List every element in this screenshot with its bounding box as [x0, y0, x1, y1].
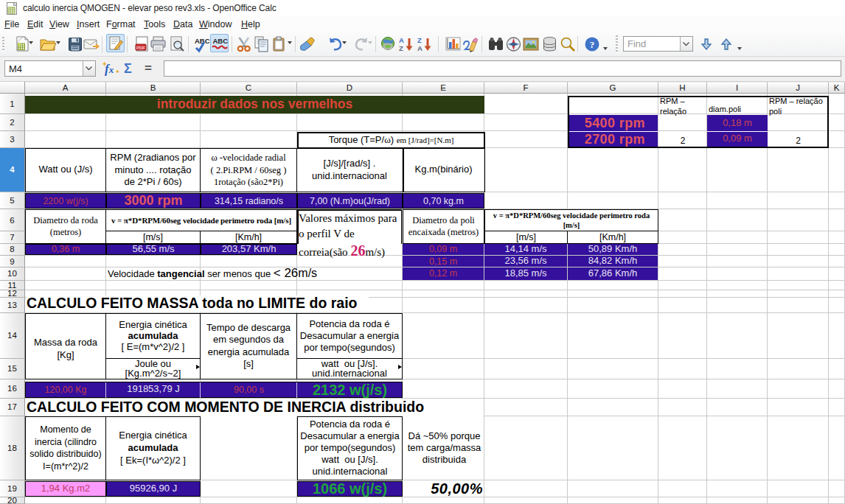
svg-text:ABC: ABC: [213, 37, 229, 45]
svg-text:PDF: PDF: [136, 46, 145, 50]
svg-text:?: ?: [590, 39, 595, 50]
svg-text:Z: Z: [417, 36, 422, 44]
svg-text:A: A: [399, 36, 404, 44]
svg-text:A: A: [417, 44, 422, 52]
svg-text:Z: Z: [399, 44, 403, 52]
